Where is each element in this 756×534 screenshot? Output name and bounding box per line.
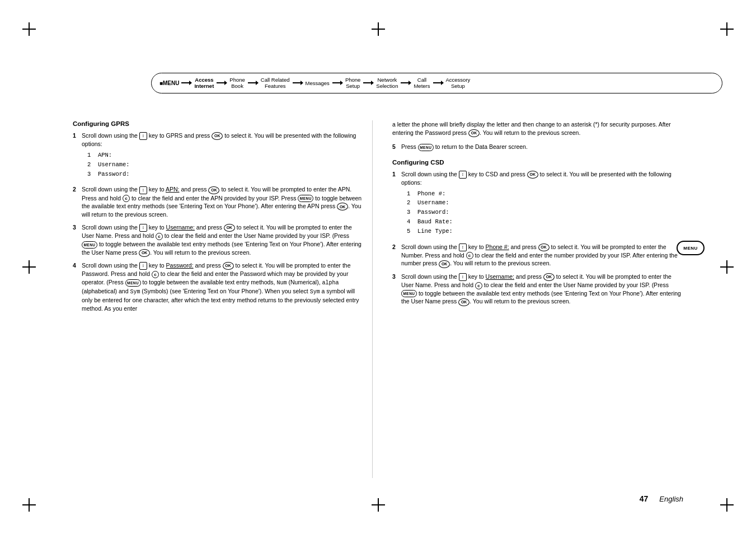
- c-icon-csd3: c: [475, 282, 482, 289]
- scroll-icon-1: ↕: [139, 132, 147, 140]
- nav-item-network-selection[interactable]: NetworkSelection: [374, 77, 400, 90]
- column-left: Configuring GPRS 1 Scroll down using the…: [73, 120, 373, 478]
- step-num-5: 5: [392, 143, 398, 151]
- step4-continuation: a letter the phone will briefly display …: [392, 120, 683, 137]
- c-icon-csd2: c: [466, 252, 473, 259]
- nav-item-messages[interactable]: Messages: [304, 80, 331, 86]
- column-right: a letter the phone will briefly display …: [389, 120, 683, 478]
- step-right-5: 5 Press MENU to return to the Data Beare…: [392, 143, 683, 151]
- nav-arrow-5: [332, 82, 342, 83]
- scroll-icon-4: ↕: [139, 262, 147, 270]
- ok-icon-4b: OK: [468, 129, 480, 137]
- scroll-icon-2: ↕: [139, 186, 147, 194]
- nav-item-phone-setup[interactable]: PhoneSetup: [344, 77, 362, 90]
- step-content-5: Press MENU to return to the Data Bearer …: [401, 143, 683, 151]
- ok-icon-csd2b: OK: [439, 260, 450, 268]
- scroll-icon-csd1: ↕: [459, 171, 467, 179]
- ok-icon-3: OK: [224, 224, 235, 232]
- step-left-4: 4 Scroll down using the ↕ key to Passwor…: [73, 261, 364, 312]
- step-content-3: Scroll down using the ↕ key to Username:…: [82, 223, 364, 257]
- step-csd-2: 2 Scroll down using the ↕ key to Phone #…: [392, 243, 683, 268]
- right-section-title: Configuring CSD: [392, 159, 683, 166]
- step-csd-content-1: Scroll down using the ↕ key to CSD and p…: [401, 170, 683, 238]
- footer: 47 English: [0, 494, 756, 503]
- step1-sublist: 1 APN: 2 Username: 3 Password:: [87, 151, 364, 179]
- step-left-2: 2 Scroll down using the ↕ key to APN: an…: [73, 185, 364, 219]
- side-menu-button[interactable]: MENU: [677, 241, 705, 255]
- step-num-4: 4: [73, 261, 78, 312]
- c-icon-3: c: [156, 233, 163, 240]
- page-number: 47: [640, 494, 649, 503]
- side-menu-label: MENU: [683, 246, 698, 251]
- step-left-1: 1 Scroll down using the ↕ key to GPRS an…: [73, 132, 364, 181]
- nav-arrow-6: [363, 82, 373, 83]
- crosshair-top-right: [720, 22, 734, 36]
- scroll-icon-csd2: ↕: [459, 243, 467, 251]
- step-csd-num-2: 2: [392, 243, 398, 268]
- step-csd-1: 1 Scroll down using the ↕ key to CSD and…: [392, 170, 683, 238]
- language-label: English: [659, 495, 683, 503]
- ok-icon-csd3b: OK: [458, 298, 469, 306]
- step-csd-3: 3 Scroll down using the ↕ key to Usernam…: [392, 273, 683, 306]
- nav-item-call-meters[interactable]: CallMeters: [412, 77, 431, 90]
- nav-item-call-related[interactable]: Call RelatedFeatures: [259, 77, 292, 90]
- ok-icon-3b: OK: [139, 249, 150, 257]
- step-csd-num-3: 3: [392, 273, 398, 306]
- c-icon-2: c: [123, 195, 130, 202]
- scroll-icon-3: ↕: [139, 224, 147, 232]
- ok-icon-1: OK: [212, 132, 223, 140]
- step-num-2: 2: [73, 185, 78, 219]
- left-section-title: Configuring GPRS: [73, 120, 364, 127]
- menu-icon-4: MENU: [125, 279, 141, 287]
- step-content-1: Scroll down using the ↕ key to GPRS and …: [82, 132, 364, 181]
- ok-icon-2: OK: [208, 186, 219, 194]
- step-csd-content-3: Scroll down using the ↕ key to Username:…: [401, 273, 683, 306]
- nav-item-access-internet[interactable]: AccessInternet: [192, 77, 215, 90]
- ok-icon-csd3: OK: [543, 273, 555, 281]
- step-csd-num-1: 1: [392, 170, 398, 238]
- scroll-icon-csd3: ↕: [459, 273, 467, 281]
- step-csd-content-2: Scroll down using the ↕ key to Phone #: …: [401, 243, 683, 268]
- step-left-3: 3 Scroll down using the ↕ key to Usernam…: [73, 223, 364, 257]
- menu-icon-3: MENU: [82, 241, 97, 249]
- step-content-4: Scroll down using the ↕ key to Password:…: [82, 261, 364, 312]
- ok-icon-csd2: OK: [538, 243, 550, 251]
- nav-item-accessory-setup[interactable]: AccessorySetup: [444, 77, 472, 90]
- step-num-1: 1: [73, 132, 78, 181]
- crosshair-right-mid: [720, 260, 734, 274]
- ok-icon-2b: OK: [337, 203, 348, 210]
- step-content-2: Scroll down using the ↕ key to APN: and …: [82, 185, 364, 219]
- nav-arrow-3: [248, 82, 258, 83]
- menu-icon-csd3: MENU: [401, 290, 417, 297]
- crosshair-top-center: [372, 22, 385, 36]
- main-content: Configuring GPRS 1 Scroll down using the…: [73, 120, 683, 478]
- menu-label: ■MENU: [159, 80, 179, 86]
- step-num-3: 3: [73, 223, 78, 257]
- csd-step1-sublist: 1 Phone #: 2 Username: 3 Password: 4 Bau…: [407, 189, 683, 236]
- c-icon-4: c: [152, 271, 159, 278]
- crosshair-top-left: [22, 22, 36, 36]
- menu-icon-2: MENU: [298, 195, 313, 202]
- nav-arrow-7: [401, 82, 411, 83]
- ok-icon-csd1: OK: [527, 171, 538, 179]
- menu-icon-5: MENU: [418, 144, 434, 151]
- nav-item-phone-book[interactable]: PhoneBook: [228, 77, 246, 90]
- nav-arrow-8: [433, 82, 443, 83]
- nav-arrow-4: [293, 82, 303, 83]
- ok-icon-4: OK: [223, 262, 234, 270]
- navigation-bar: ■MENU AccessInternet PhoneBook Call Rela…: [151, 73, 722, 93]
- nav-arrow-1: [181, 82, 191, 83]
- crosshair-left-mid: [22, 260, 36, 274]
- nav-arrow-2: [217, 82, 227, 83]
